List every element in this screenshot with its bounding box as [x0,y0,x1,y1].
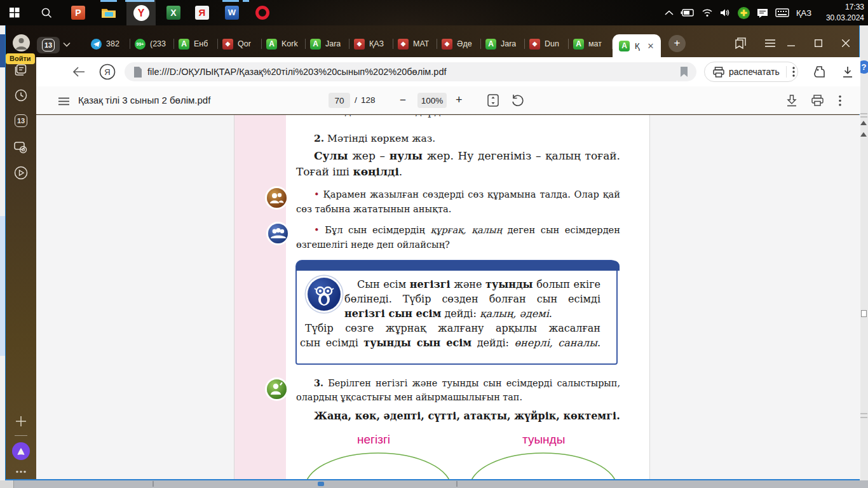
sidebar-screenshot-button[interactable] [6,137,36,158]
browser-tab[interactable]: 382 [86,39,130,50]
sidebar-feed-button[interactable] [6,60,36,80]
taskbar-yandex-browser[interactable]: Y [126,0,156,25]
sidebar-history-button[interactable] [6,85,36,105]
system-tray: ✚ ҚАЗ [665,0,811,25]
close-window-button[interactable] [832,25,859,57]
wifi-icon[interactable] [702,8,713,17]
print-page-button[interactable]: распечатать [704,62,798,82]
browser-tab[interactable]: Aмат [569,39,612,50]
pdf-more-button[interactable] [832,92,848,109]
red-book-favicon: ❖ [354,39,365,50]
new-tab-button[interactable]: + [668,35,686,52]
background-window-right-edge: ? [860,25,868,480]
browser-tab[interactable]: ❖Әде [437,39,480,50]
zoom-in-button[interactable]: + [456,93,463,107]
clock-time: 17:33 [820,2,864,13]
print-label: распечатать [729,67,780,77]
battery-icon[interactable] [681,8,695,17]
minimize-button[interactable] [777,25,804,57]
windows-logo-icon [10,8,20,18]
rotate-button[interactable] [509,92,526,109]
word-icon: W [225,6,239,20]
close-tab-icon[interactable]: ✕ [648,41,654,51]
maximize-button[interactable] [804,25,832,57]
browser-tab[interactable]: ❖Qor [218,39,261,50]
browser-tab[interactable]: AJara [306,39,349,50]
taskbar-opera[interactable] [248,0,277,25]
tab-title: Jara [325,39,341,48]
folder-icon [101,6,116,19]
extensions-button[interactable] [810,62,829,81]
green-a-favicon: A [573,39,584,50]
red-book-favicon: ❖ [442,39,452,50]
sidebar-video-button[interactable] [6,163,36,183]
tab-title: Qor [238,39,251,48]
bookmarks-panel-icon[interactable] [735,37,748,49]
taskbar-excel[interactable]: X [159,0,188,25]
scroll-up-arrow [860,132,867,137]
taskbar-powerpoint[interactable]: P [64,0,93,25]
tab-title: (233 [150,39,166,48]
green-a-favicon: A [310,39,321,50]
downloads-button[interactable] [838,62,857,81]
red-book-favicon: ❖ [529,39,540,50]
browser-tab[interactable]: AKork [262,39,305,50]
pdf-viewport[interactable]: Мәтіндегі сын есімдерді тап. 2. Мәтінді … [36,115,860,479]
green-a-favicon: A [266,39,277,50]
red-book-favicon: ❖ [398,39,409,50]
active-tab[interactable]: AҚ✕ [613,34,661,57]
browser-tab[interactable]: ❖ҚАЗ [349,39,393,50]
taskbar-word[interactable]: W [217,0,247,25]
keyboard-tray-icon[interactable] [775,8,789,17]
antivirus-tray-icon[interactable]: ✚ [738,7,750,19]
taskbar-search-button[interactable] [32,0,61,25]
browser-tab[interactable]: AJara [481,39,524,50]
sidebar-alice-button[interactable] [6,441,36,461]
tab-title: Kork [281,39,298,48]
language-indicator[interactable]: ҚАЗ [796,8,811,18]
bookmark-flag-icon[interactable] [680,67,688,77]
powerpoint-icon: P [71,6,85,20]
tab-title: 382 [106,39,119,48]
menu-icon[interactable] [764,39,776,48]
pdf-download-button[interactable] [783,92,800,109]
more-options-icon[interactable] [792,67,795,77]
back-button[interactable] [69,62,88,81]
pdf-print-button[interactable] [809,92,825,109]
whatsapp-icon: 99+ [135,39,146,50]
current-page-input[interactable]: 70 [329,93,350,108]
taskbar-clock[interactable]: 17:33 30.03.2024 [820,2,864,24]
url-field[interactable]: file:///D:/ОҚУЛЫҚТАР/Қазақ%20тілі%203%20… [125,62,696,81]
profile-avatar[interactable] [13,34,30,51]
pdf-page: Мәтіндегі сын есімдерді тап. 2. Мәтінді … [234,115,650,479]
zoom-level[interactable]: 100% [417,93,447,108]
yandex-browser-icon: Y [133,5,149,21]
pdf-menu-button[interactable] [54,92,73,111]
browser-tab[interactable]: ❖Dun [525,39,568,50]
start-button[interactable] [0,0,29,25]
total-pages: 128 [361,95,376,105]
tabs-row: 38299+(233AЕнб❖QorAKorkAJara❖ҚАЗ❖МАТ❖Әде… [86,25,686,57]
sidebar-tabs-button[interactable]: 13 [6,111,36,131]
taskbar-explorer[interactable] [94,0,123,25]
sidebar-more-button[interactable] [6,461,36,482]
tab-title: Енб [194,39,208,48]
tab-group-pill[interactable]: 13 [37,37,60,53]
browser-tab[interactable]: 99+(233 [130,39,173,50]
browser-tab[interactable]: AЕнб [174,39,217,50]
clock-date: 30.03.2024 [820,13,864,24]
fit-page-button[interactable] [485,92,501,109]
tray-expand-icon[interactable] [665,10,674,16]
yandex-icon: Я [195,6,209,20]
zoom-out-button[interactable]: − [400,94,406,107]
notification-icon[interactable] [757,8,768,18]
browser-tab[interactable]: ❖МАТ [393,39,437,50]
sidebar-new-tab-button[interactable] [6,411,36,431]
chevron-down-icon[interactable] [63,42,71,47]
scroll-thumb [861,310,867,317]
taskbar-yandex-app[interactable]: Я [187,0,217,25]
volume-icon[interactable] [720,8,731,17]
yandex-home-button[interactable]: Я [98,62,117,81]
svg-text:Я: Я [104,67,110,77]
background-window-left-edge [0,25,5,480]
